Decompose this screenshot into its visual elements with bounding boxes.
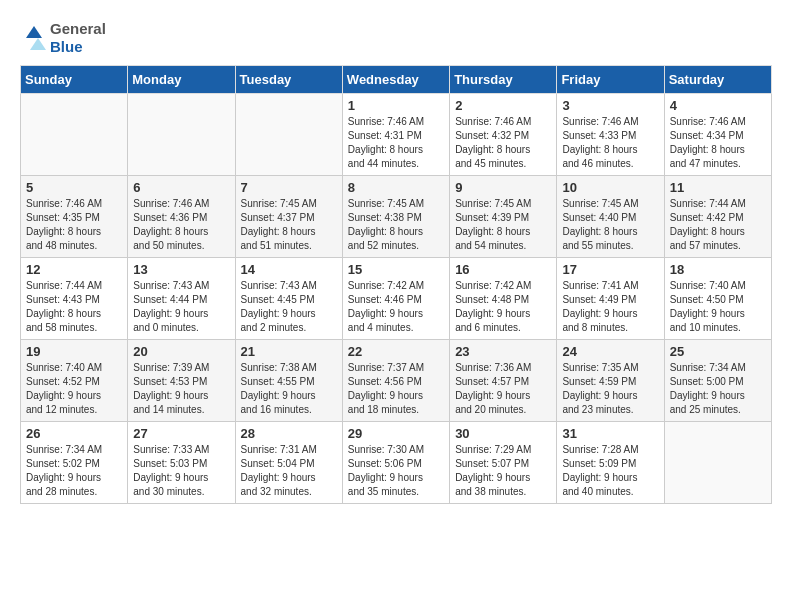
day-cell: 27Sunrise: 7:33 AM Sunset: 5:03 PM Dayli… [128, 422, 235, 504]
week-row-3: 12Sunrise: 7:44 AM Sunset: 4:43 PM Dayli… [21, 258, 772, 340]
day-number: 27 [133, 426, 229, 441]
day-info: Sunrise: 7:39 AM Sunset: 4:53 PM Dayligh… [133, 362, 209, 415]
day-info: Sunrise: 7:45 AM Sunset: 4:39 PM Dayligh… [455, 198, 531, 251]
logo-general-text: General [50, 20, 106, 37]
day-info: Sunrise: 7:40 AM Sunset: 4:52 PM Dayligh… [26, 362, 102, 415]
day-cell: 16Sunrise: 7:42 AM Sunset: 4:48 PM Dayli… [450, 258, 557, 340]
day-cell: 18Sunrise: 7:40 AM Sunset: 4:50 PM Dayli… [664, 258, 771, 340]
day-info: Sunrise: 7:43 AM Sunset: 4:45 PM Dayligh… [241, 280, 317, 333]
day-number: 24 [562, 344, 658, 359]
day-cell: 7Sunrise: 7:45 AM Sunset: 4:37 PM Daylig… [235, 176, 342, 258]
day-cell [235, 94, 342, 176]
day-cell: 28Sunrise: 7:31 AM Sunset: 5:04 PM Dayli… [235, 422, 342, 504]
day-number: 26 [26, 426, 122, 441]
day-number: 7 [241, 180, 337, 195]
day-info: Sunrise: 7:46 AM Sunset: 4:31 PM Dayligh… [348, 116, 424, 169]
header-cell-monday: Monday [128, 66, 235, 94]
day-cell [128, 94, 235, 176]
day-info: Sunrise: 7:31 AM Sunset: 5:04 PM Dayligh… [241, 444, 317, 497]
header-cell-friday: Friday [557, 66, 664, 94]
day-number: 4 [670, 98, 766, 113]
day-info: Sunrise: 7:33 AM Sunset: 5:03 PM Dayligh… [133, 444, 209, 497]
day-info: Sunrise: 7:44 AM Sunset: 4:43 PM Dayligh… [26, 280, 102, 333]
day-cell: 4Sunrise: 7:46 AM Sunset: 4:34 PM Daylig… [664, 94, 771, 176]
day-number: 2 [455, 98, 551, 113]
header-cell-sunday: Sunday [21, 66, 128, 94]
header-cell-saturday: Saturday [664, 66, 771, 94]
day-info: Sunrise: 7:46 AM Sunset: 4:34 PM Dayligh… [670, 116, 746, 169]
logo-container: General Blue [20, 20, 106, 55]
day-info: Sunrise: 7:44 AM Sunset: 4:42 PM Dayligh… [670, 198, 746, 251]
day-cell: 6Sunrise: 7:46 AM Sunset: 4:36 PM Daylig… [128, 176, 235, 258]
day-number: 12 [26, 262, 122, 277]
day-number: 21 [241, 344, 337, 359]
day-cell: 14Sunrise: 7:43 AM Sunset: 4:45 PM Dayli… [235, 258, 342, 340]
day-info: Sunrise: 7:36 AM Sunset: 4:57 PM Dayligh… [455, 362, 531, 415]
day-cell: 25Sunrise: 7:34 AM Sunset: 5:00 PM Dayli… [664, 340, 771, 422]
day-number: 11 [670, 180, 766, 195]
day-number: 8 [348, 180, 444, 195]
day-info: Sunrise: 7:46 AM Sunset: 4:35 PM Dayligh… [26, 198, 102, 251]
svg-marker-1 [30, 38, 46, 50]
day-cell: 9Sunrise: 7:45 AM Sunset: 4:39 PM Daylig… [450, 176, 557, 258]
day-number: 13 [133, 262, 229, 277]
day-info: Sunrise: 7:46 AM Sunset: 4:32 PM Dayligh… [455, 116, 531, 169]
day-info: Sunrise: 7:42 AM Sunset: 4:46 PM Dayligh… [348, 280, 424, 333]
day-number: 29 [348, 426, 444, 441]
day-cell: 3Sunrise: 7:46 AM Sunset: 4:33 PM Daylig… [557, 94, 664, 176]
header-cell-tuesday: Tuesday [235, 66, 342, 94]
day-info: Sunrise: 7:38 AM Sunset: 4:55 PM Dayligh… [241, 362, 317, 415]
day-number: 22 [348, 344, 444, 359]
day-number: 15 [348, 262, 444, 277]
day-cell [21, 94, 128, 176]
week-row-2: 5Sunrise: 7:46 AM Sunset: 4:35 PM Daylig… [21, 176, 772, 258]
day-number: 10 [562, 180, 658, 195]
day-number: 17 [562, 262, 658, 277]
day-number: 19 [26, 344, 122, 359]
day-number: 5 [26, 180, 122, 195]
day-info: Sunrise: 7:45 AM Sunset: 4:40 PM Dayligh… [562, 198, 638, 251]
day-cell: 2Sunrise: 7:46 AM Sunset: 4:32 PM Daylig… [450, 94, 557, 176]
day-cell: 20Sunrise: 7:39 AM Sunset: 4:53 PM Dayli… [128, 340, 235, 422]
header-cell-thursday: Thursday [450, 66, 557, 94]
day-cell: 24Sunrise: 7:35 AM Sunset: 4:59 PM Dayli… [557, 340, 664, 422]
day-info: Sunrise: 7:35 AM Sunset: 4:59 PM Dayligh… [562, 362, 638, 415]
day-cell: 11Sunrise: 7:44 AM Sunset: 4:42 PM Dayli… [664, 176, 771, 258]
day-number: 14 [241, 262, 337, 277]
day-cell: 15Sunrise: 7:42 AM Sunset: 4:46 PM Dayli… [342, 258, 449, 340]
day-cell: 19Sunrise: 7:40 AM Sunset: 4:52 PM Dayli… [21, 340, 128, 422]
logo-icon [20, 24, 48, 52]
calendar-table: SundayMondayTuesdayWednesdayThursdayFrid… [20, 65, 772, 504]
day-cell: 22Sunrise: 7:37 AM Sunset: 4:56 PM Dayli… [342, 340, 449, 422]
day-number: 23 [455, 344, 551, 359]
day-info: Sunrise: 7:40 AM Sunset: 4:50 PM Dayligh… [670, 280, 746, 333]
day-info: Sunrise: 7:34 AM Sunset: 5:02 PM Dayligh… [26, 444, 102, 497]
header-cell-wednesday: Wednesday [342, 66, 449, 94]
day-cell: 5Sunrise: 7:46 AM Sunset: 4:35 PM Daylig… [21, 176, 128, 258]
day-cell: 26Sunrise: 7:34 AM Sunset: 5:02 PM Dayli… [21, 422, 128, 504]
day-info: Sunrise: 7:29 AM Sunset: 5:07 PM Dayligh… [455, 444, 531, 497]
day-cell: 8Sunrise: 7:45 AM Sunset: 4:38 PM Daylig… [342, 176, 449, 258]
day-number: 18 [670, 262, 766, 277]
day-number: 3 [562, 98, 658, 113]
day-info: Sunrise: 7:34 AM Sunset: 5:00 PM Dayligh… [670, 362, 746, 415]
day-info: Sunrise: 7:45 AM Sunset: 4:38 PM Dayligh… [348, 198, 424, 251]
day-number: 30 [455, 426, 551, 441]
day-cell: 13Sunrise: 7:43 AM Sunset: 4:44 PM Dayli… [128, 258, 235, 340]
day-number: 9 [455, 180, 551, 195]
day-number: 31 [562, 426, 658, 441]
day-cell: 29Sunrise: 7:30 AM Sunset: 5:06 PM Dayli… [342, 422, 449, 504]
day-info: Sunrise: 7:41 AM Sunset: 4:49 PM Dayligh… [562, 280, 638, 333]
day-cell: 12Sunrise: 7:44 AM Sunset: 4:43 PM Dayli… [21, 258, 128, 340]
day-cell: 10Sunrise: 7:45 AM Sunset: 4:40 PM Dayli… [557, 176, 664, 258]
day-number: 16 [455, 262, 551, 277]
week-row-1: 1Sunrise: 7:46 AM Sunset: 4:31 PM Daylig… [21, 94, 772, 176]
day-number: 28 [241, 426, 337, 441]
header-row: SundayMondayTuesdayWednesdayThursdayFrid… [21, 66, 772, 94]
week-row-4: 19Sunrise: 7:40 AM Sunset: 4:52 PM Dayli… [21, 340, 772, 422]
day-info: Sunrise: 7:43 AM Sunset: 4:44 PM Dayligh… [133, 280, 209, 333]
page-header: General Blue [20, 20, 772, 55]
day-number: 25 [670, 344, 766, 359]
logo: General Blue [20, 20, 106, 55]
day-info: Sunrise: 7:46 AM Sunset: 4:36 PM Dayligh… [133, 198, 209, 251]
